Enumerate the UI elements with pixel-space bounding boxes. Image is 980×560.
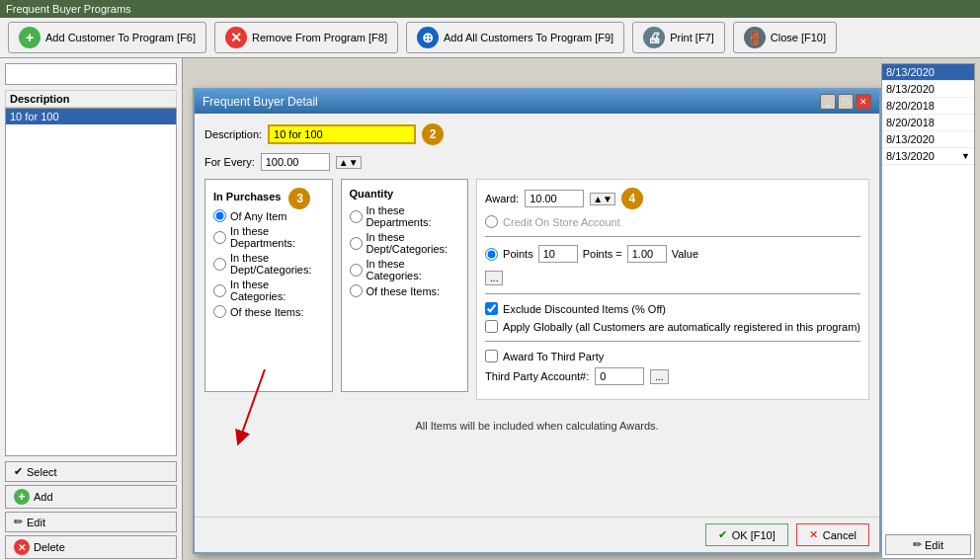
credit-label: Credit On Store Account: [503, 216, 620, 228]
modal-body: Description: 2 For Every: ▲▼: [195, 114, 879, 521]
main-toolbar: + Add Customer To Program [F6] ✕ Remove …: [0, 18, 980, 58]
close-button[interactable]: 🚪 Close [F10]: [733, 22, 837, 53]
award-spinner[interactable]: ▲▼: [590, 193, 615, 205]
exclude-label: Exclude Discounted Items (% Off): [503, 303, 666, 315]
credit-row: Credit On Store Account: [485, 215, 860, 228]
action-buttons: ✔ Select + Add ✏ Edit ✕ Delete: [5, 461, 177, 559]
apply-globally-row[interactable]: Apply Globally (all Customers are automa…: [485, 320, 860, 333]
add-button[interactable]: + Add: [5, 485, 177, 509]
radio-dept[interactable]: In these Departments:: [213, 225, 324, 249]
select-button[interactable]: ✔ Select: [5, 461, 177, 482]
radio-any-item[interactable]: Of Any Item: [213, 209, 324, 222]
points-radio[interactable]: [485, 248, 498, 261]
print-icon: 🖨: [643, 27, 665, 48]
description-row: Description: 2: [204, 123, 869, 145]
cancel-button[interactable]: ✕ Cancel: [796, 523, 869, 546]
edit-icon: ✏: [14, 516, 23, 528]
right-area: Frequent Buyer Detail _ □ ✕ Description:…: [183, 58, 980, 560]
third-party-ellipsis-button[interactable]: ...: [650, 369, 668, 384]
qty-radio-dept[interactable]: In these Departments:: [350, 204, 460, 228]
qty-radio-cat[interactable]: In these Categories:: [350, 258, 460, 281]
purchases-radio-group: Of Any Item In these Departments: In the…: [213, 209, 324, 318]
add-customer-button[interactable]: + Add Customer To Program [F6]: [8, 22, 206, 53]
modal-close-button[interactable]: ✕: [856, 94, 871, 110]
select-label: Select: [27, 466, 57, 478]
info-text: All Items will be included when calculat…: [415, 420, 658, 432]
delete-label: Delete: [34, 541, 65, 553]
points-ellipsis-button[interactable]: ...: [485, 271, 503, 285]
callout-2: 2: [422, 123, 444, 145]
info-text-row: All Items will be included when calculat…: [204, 420, 869, 432]
add-all-button[interactable]: ⊕ Add All Customers To Program [F9]: [406, 22, 624, 53]
date-item[interactable]: 8/20/2018: [882, 98, 974, 115]
divider2: [485, 293, 860, 294]
credit-radio[interactable]: [485, 215, 498, 228]
info-arrow: [235, 369, 294, 450]
add-customer-label: Add Customer To Program [F6]: [45, 32, 196, 43]
points-label: Points: [503, 248, 533, 260]
callout-3: 3: [288, 188, 310, 209]
date-item[interactable]: 8/13/2020: [882, 64, 974, 81]
award-label: Award:: [485, 193, 519, 204]
radio-dept-cat[interactable]: In these Dept/Categories:: [213, 252, 324, 276]
add-all-icon: ⊕: [417, 27, 439, 48]
delete-icon: ✕: [14, 539, 30, 555]
remove-from-button[interactable]: ✕ Remove From Program [F8]: [214, 22, 398, 53]
callout-4: 4: [621, 188, 643, 209]
date-item[interactable]: 8/13/2020: [882, 131, 974, 148]
in-purchases-section: In Purchases 3 Of Any Item In: [204, 179, 333, 392]
date-item[interactable]: 8/20/2018: [882, 115, 974, 131]
divider3: [485, 341, 860, 342]
for-every-spinner[interactable]: ▲▼: [336, 156, 362, 169]
edit-label: Edit: [27, 517, 45, 528]
print-button[interactable]: 🖨 Print [F7]: [632, 22, 725, 53]
maximize-button[interactable]: □: [838, 94, 854, 110]
exclude-discounted-row[interactable]: Exclude Discounted Items (% Off): [485, 302, 860, 315]
award-third-party-checkbox[interactable]: [485, 350, 498, 362]
modal-overlay: Frequent Buyer Detail _ □ ✕ Description:…: [193, 88, 881, 554]
award-input[interactable]: [525, 190, 584, 207]
modal-footer: ✔ OK [F10] ✕ Cancel: [195, 517, 879, 552]
points-input[interactable]: [538, 245, 578, 263]
quantity-radio-group: In these Departments: In these Dept/Cate…: [350, 204, 460, 297]
ok-button[interactable]: ✔ OK [F10]: [705, 523, 788, 546]
for-every-input[interactable]: [261, 153, 330, 171]
print-label: Print [F7]: [670, 32, 714, 43]
divider: [485, 236, 860, 237]
modal-dialog: Frequent Buyer Detail _ □ ✕ Description:…: [193, 88, 881, 554]
description-label: Description:: [204, 128, 262, 140]
delete-button[interactable]: ✕ Delete: [5, 535, 177, 559]
in-purchases-title: In Purchases: [213, 191, 281, 202]
points-value-label: Value: [672, 248, 698, 260]
points-equals-label: Points =: [583, 248, 622, 260]
cancel-icon: ✕: [809, 528, 818, 541]
modal-controls: _ □ ✕: [820, 94, 871, 110]
award-section: Award: ▲▼ 4 Credit On Store Account: [476, 179, 869, 400]
award-row: Award: ▲▼ 4: [485, 188, 860, 209]
date-edit-button[interactable]: ✏ Edit: [885, 534, 971, 555]
description-input[interactable]: [268, 124, 416, 144]
award-third-party-row[interactable]: Award To Third Party: [485, 350, 860, 362]
date-edit-label: Edit: [925, 539, 943, 551]
date-item[interactable]: 8/13/2020 ▼: [882, 148, 974, 165]
purchases-quantity-section: In Purchases 3 Of Any Item In: [204, 179, 869, 400]
quantity-section: Quantity In these Departments: In these …: [341, 179, 469, 392]
main-content: Description 10 for 100 ✔ Select + Add ✏ …: [0, 58, 980, 560]
third-party-input[interactable]: [595, 367, 644, 385]
radio-cat[interactable]: In these Categories:: [213, 279, 324, 302]
quantity-title: Quantity: [350, 188, 460, 200]
search-input[interactable]: [5, 63, 177, 85]
edit-button[interactable]: ✏ Edit: [5, 512, 177, 532]
program-list[interactable]: 10 for 100: [5, 108, 177, 456]
radio-items[interactable]: Of these Items:: [213, 305, 324, 318]
apply-globally-checkbox[interactable]: [485, 320, 498, 333]
qty-radio-dept-cat[interactable]: In these Dept/Categories:: [350, 231, 460, 255]
date-item[interactable]: 8/13/2020: [882, 81, 974, 98]
minimize-button[interactable]: _: [820, 94, 836, 110]
app-title: Frequent Buyer Programs: [6, 3, 131, 15]
add-all-label: Add All Customers To Program [F9]: [444, 32, 613, 43]
points-value-input[interactable]: [627, 245, 667, 263]
exclude-checkbox[interactable]: [485, 302, 498, 315]
list-item[interactable]: 10 for 100: [6, 109, 176, 124]
qty-radio-items[interactable]: Of these Items:: [350, 284, 460, 297]
